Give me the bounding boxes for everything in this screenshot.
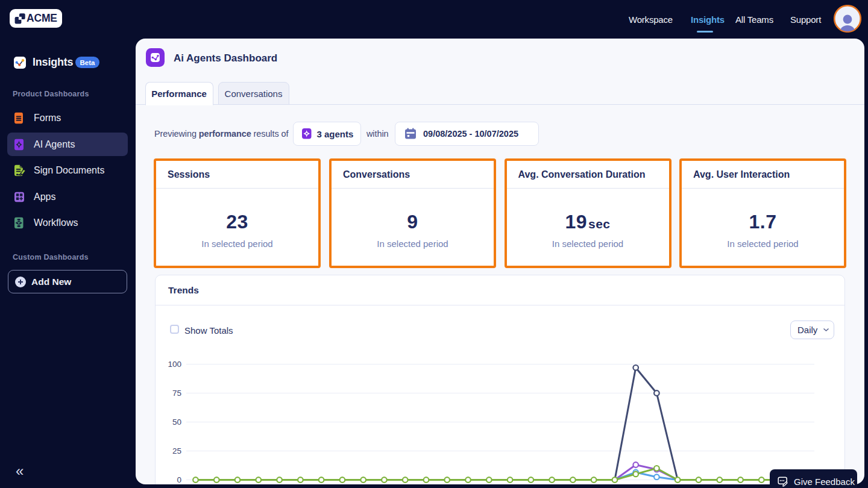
svg-text:100: 100 [168, 360, 181, 369]
svg-text:25: 25 [172, 446, 181, 455]
svg-text:0: 0 [177, 475, 181, 484]
svg-text:50: 50 [172, 418, 181, 427]
svg-text:75: 75 [172, 389, 181, 398]
